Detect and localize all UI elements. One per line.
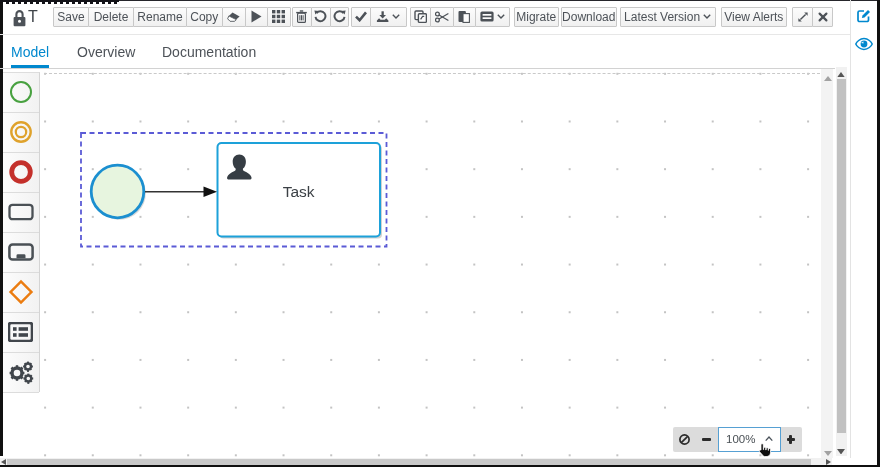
svg-text:Task: Task — [283, 183, 315, 200]
